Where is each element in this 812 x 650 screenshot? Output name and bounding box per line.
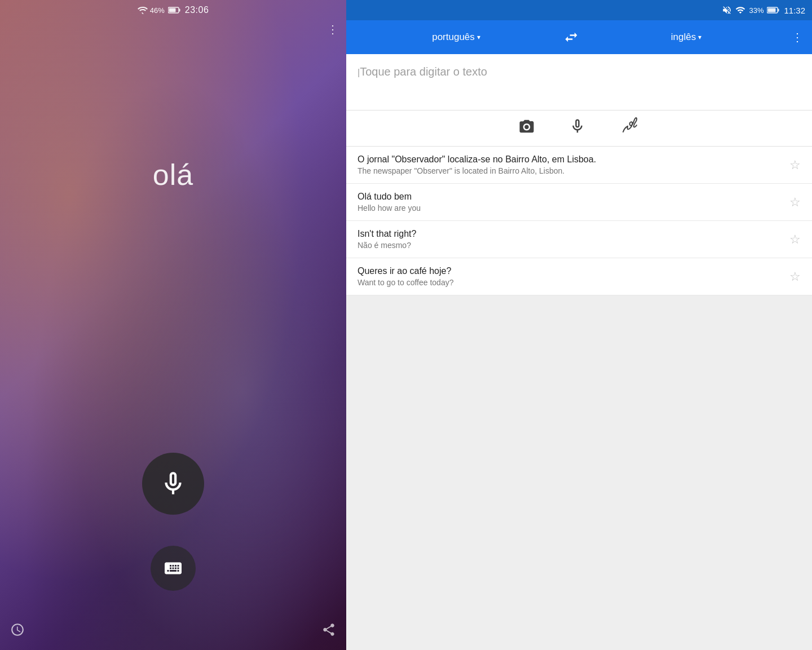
svg-rect-1 xyxy=(179,9,180,12)
mic-icon xyxy=(159,470,187,498)
source-language-button[interactable]: português ▾ xyxy=(355,32,557,43)
swap-icon xyxy=(563,29,579,45)
right-wifi-icon xyxy=(735,5,745,15)
phrase-translated-1: Hello how are you xyxy=(358,204,784,213)
left-status-bar: 46% 23:06 xyxy=(0,0,346,20)
svg-rect-2 xyxy=(169,8,175,12)
handwrite-toolbar-button[interactable] xyxy=(620,116,640,140)
phrase-translated-2: Não é mesmo? xyxy=(358,241,784,250)
phrase-original-0: O jornal "Observador" localiza-se no Bai… xyxy=(358,154,784,165)
left-more-button[interactable]: ⋮ xyxy=(327,23,338,36)
clock-icon xyxy=(10,622,25,637)
translate-header: português ▾ inglês ▾ ⋮ xyxy=(346,20,812,54)
share-icon xyxy=(321,622,336,637)
header-more-button[interactable]: ⋮ xyxy=(787,30,803,44)
phrase-item-3[interactable]: Queres ir ao café hoje? Want to go to co… xyxy=(346,258,812,295)
greeting-text: olá xyxy=(0,158,346,192)
text-input-area[interactable]: |Toque para digitar o texto xyxy=(346,54,812,110)
phrase-list: O jornal "Observador" localiza-se no Bai… xyxy=(346,147,812,295)
phrase-original-3: Queres ir ao café hoje? xyxy=(358,266,784,276)
phrase-item-1[interactable]: Olá tudo bem Hello how are you ☆ xyxy=(346,184,812,221)
phrase-original-2: Isn't that right? xyxy=(358,229,784,239)
swap-languages-button[interactable] xyxy=(557,29,585,45)
mic-toolbar-button[interactable] xyxy=(569,118,586,139)
phrase-original-1: Olá tudo bem xyxy=(358,192,784,202)
source-dropdown-arrow: ▾ xyxy=(477,33,480,41)
phrase-text-0: O jornal "Observador" localiza-se no Bai… xyxy=(358,154,784,175)
share-button[interactable] xyxy=(321,622,336,640)
phrase-item-0[interactable]: O jornal "Observador" localiza-se no Bai… xyxy=(346,147,812,184)
phrase-translated-3: Want to go to coffee today? xyxy=(358,278,784,287)
star-button-3[interactable]: ☆ xyxy=(789,269,801,284)
phrase-translated-0: The newspaper "Observer" is located in B… xyxy=(358,166,784,175)
keyboard-button[interactable] xyxy=(151,546,196,591)
star-button-1[interactable]: ☆ xyxy=(789,195,801,210)
phrase-item-2[interactable]: Isn't that right? Não é mesmo? ☆ xyxy=(346,221,812,258)
mic-toolbar-icon xyxy=(569,118,586,135)
left-panel: 46% 23:06 ⋮ olá xyxy=(0,0,346,650)
target-language-button[interactable]: inglês ▾ xyxy=(585,32,787,43)
left-time: 23:06 xyxy=(185,5,209,15)
star-button-0[interactable]: ☆ xyxy=(789,158,801,173)
source-language-label: português xyxy=(432,32,475,43)
svg-rect-5 xyxy=(768,8,776,12)
keyboard-icon xyxy=(163,558,183,578)
target-language-label: inglês xyxy=(671,32,696,43)
right-time: 11:32 xyxy=(784,6,805,15)
empty-area xyxy=(346,295,812,650)
input-placeholder: Toque para digitar o texto xyxy=(360,65,487,78)
clock-button[interactable] xyxy=(10,622,25,640)
mute-icon xyxy=(722,5,732,15)
voice-mic-button[interactable] xyxy=(142,453,204,515)
star-button-2[interactable]: ☆ xyxy=(789,232,801,247)
phrase-text-2: Isn't that right? Não é mesmo? xyxy=(358,229,784,250)
handwrite-icon xyxy=(620,116,640,136)
camera-toolbar-button[interactable] xyxy=(518,118,535,139)
left-battery-percent: 46% xyxy=(150,6,165,15)
input-toolbar xyxy=(346,110,812,147)
camera-icon xyxy=(518,118,535,135)
target-dropdown-arrow: ▾ xyxy=(698,33,701,41)
right-battery-percent: 33% xyxy=(749,6,764,15)
right-panel: 33% 11:32 português ▾ inglês ▾ ⋮ |Toque … xyxy=(346,0,812,650)
right-status-bar: 33% 11:32 xyxy=(346,0,812,20)
svg-rect-4 xyxy=(778,9,779,12)
phrase-text-1: Olá tudo bem Hello how are you xyxy=(358,192,784,213)
phrase-text-3: Queres ir ao café hoje? Want to go to co… xyxy=(358,266,784,287)
